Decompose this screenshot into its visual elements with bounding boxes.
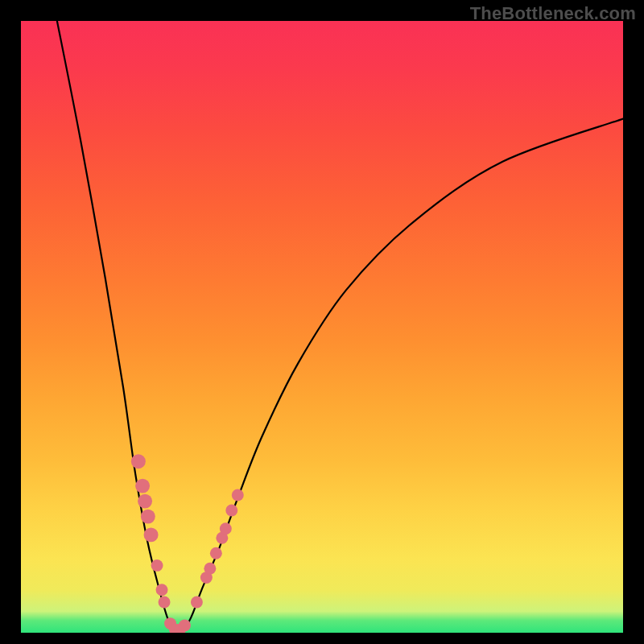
data-marker — [131, 454, 146, 469]
data-marker — [151, 559, 163, 572]
data-marker — [232, 489, 244, 502]
plot-area — [21, 21, 623, 633]
data-marker — [179, 619, 191, 631]
data-marker — [210, 547, 222, 559]
data-marker — [204, 563, 216, 575]
data-marker — [135, 479, 150, 493]
data-marker — [220, 522, 232, 535]
data-marker — [191, 597, 203, 609]
data-marker — [156, 584, 168, 596]
data-marker — [225, 505, 237, 517]
data-marker — [144, 527, 159, 542]
bottleneck-curve — [57, 21, 623, 633]
data-marker — [141, 510, 155, 524]
data-marker — [138, 494, 152, 509]
data-marker — [159, 597, 171, 609]
curve-layer — [21, 21, 623, 633]
chart-frame: TheBottleneck.com — [0, 0, 644, 644]
